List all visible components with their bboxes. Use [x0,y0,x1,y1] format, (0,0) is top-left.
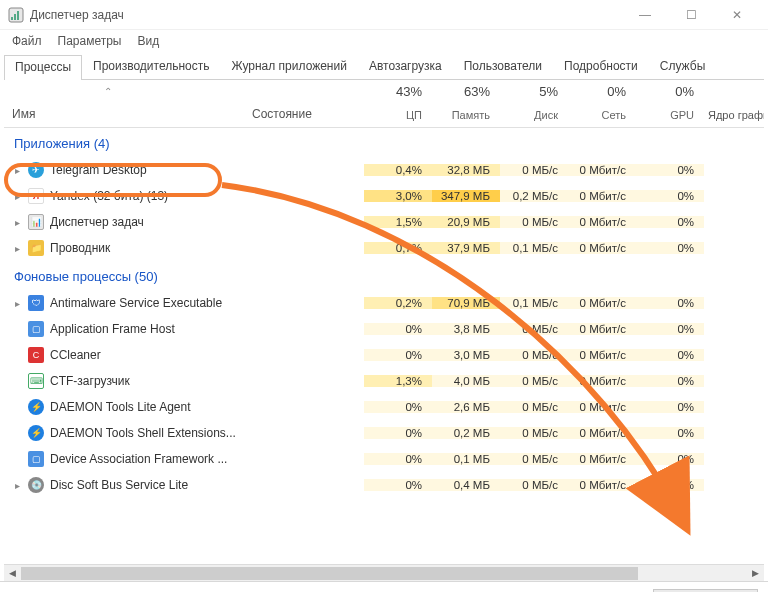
chevron-right-icon[interactable]: ▸ [12,298,22,309]
table-row[interactable]: ▸ЯYandex (32 бита) (13) 3,0% 347,9 МБ 0,… [4,183,764,209]
cell-net: 0 Мбит/с [568,216,636,228]
minimize-button[interactable]: — [622,0,668,30]
cell-disk: 0 МБ/с [500,349,568,361]
col-name[interactable]: ⌃ Имя [4,80,244,127]
col-cpu-label: ЦП [370,109,422,121]
col-disk-pc: 5% [506,84,558,99]
tab-startup[interactable]: Автозагрузка [358,54,453,79]
cell-cpu: 0% [364,427,432,439]
table-row[interactable]: ▸💿Disc Soft Bus Service Lite 0% 0,4 МБ 0… [4,472,764,498]
table-row[interactable]: ▸📊Диспетчер задач 1,5% 20,9 МБ 0 МБ/с 0 … [4,209,764,235]
cell-gpu: 0% [636,190,704,202]
col-disk[interactable]: 5%Диск [500,80,568,127]
col-gpu[interactable]: 0%GPU [636,80,704,127]
col-name-label: Имя [12,107,35,121]
tab-services[interactable]: Службы [649,54,716,79]
svg-rect-2 [14,14,16,20]
cell-mem: 20,9 МБ [432,216,500,228]
cell-disk: 0,2 МБ/с [500,190,568,202]
table-row[interactable]: ▢Application Frame Host 0% 3,8 МБ 0 МБ/с… [4,316,764,342]
table-row[interactable]: ▸📁Проводник 0,7% 37,9 МБ 0,1 МБ/с 0 Мбит… [4,235,764,261]
menubar: Файл Параметры Вид [0,30,768,52]
cell-gpu: 0% [636,453,704,465]
tab-users[interactable]: Пользователи [453,54,553,79]
cell-net: 0 Мбит/с [568,453,636,465]
tab-details[interactable]: Подробности [553,54,649,79]
cell-disk: 0 МБ/с [500,479,568,491]
daemon-icon: ⚡ [28,425,44,441]
cell-gpu: 0% [636,375,704,387]
tab-apphistory[interactable]: Журнал приложений [221,54,358,79]
close-button[interactable]: ✕ [714,0,760,30]
chevron-right-icon[interactable]: ▸ [12,480,22,491]
cell-gpu: 0% [636,297,704,309]
table-row[interactable]: ▢Device Association Framework ... 0% 0,1… [4,446,764,472]
cell-net: 0 Мбит/с [568,190,636,202]
window-icon: ▢ [28,321,44,337]
cell-gpu: 0% [636,349,704,361]
col-gpu-pc: 0% [642,84,694,99]
cell-cpu: 3,0% [364,190,432,202]
cell-gpu: 0% [636,216,704,228]
table-row[interactable]: ⚡DAEMON Tools Shell Extensions... 0% 0,2… [4,420,764,446]
disc-icon: 💿 [28,477,44,493]
cell-mem: 0,4 МБ [432,479,500,491]
scrollbar-horizontal[interactable]: ◀ ▶ [4,564,764,581]
ctf-icon: ⌨ [28,373,44,389]
col-net-label: Сеть [574,109,626,121]
group-apps[interactable]: Приложения (4) [4,128,764,157]
scroll-left-icon[interactable]: ◀ [4,565,21,582]
chevron-right-icon[interactable]: ▸ [12,243,22,254]
scroll-track[interactable] [21,565,747,582]
device-icon: ▢ [28,451,44,467]
chevron-right-icon[interactable]: ▸ [12,191,22,202]
tab-performance[interactable]: Производительность [82,54,220,79]
menu-file[interactable]: Файл [6,32,48,50]
daemon-icon: ⚡ [28,399,44,415]
sort-caret-icon: ⌃ [104,86,112,97]
col-mem-pc: 63% [438,84,490,99]
menu-options[interactable]: Параметры [52,32,128,50]
cell-net: 0 Мбит/с [568,401,636,413]
cell-cpu: 0% [364,349,432,361]
process-name: Antimalware Service Executable [50,296,222,310]
scroll-thumb[interactable] [21,567,638,580]
yandex-icon: Я [28,188,44,204]
table-row[interactable]: ▸✈Telegram Desktop 0,4% 32,8 МБ 0 МБ/с 0… [4,157,764,183]
col-memory[interactable]: 63%Память [432,80,500,127]
cell-cpu: 1,3% [364,375,432,387]
cell-net: 0 Мбит/с [568,297,636,309]
process-name: DAEMON Tools Shell Extensions... [50,426,236,440]
explorer-icon: 📁 [28,240,44,256]
table-row[interactable]: ⚡DAEMON Tools Lite Agent 0% 2,6 МБ 0 МБ/… [4,394,764,420]
col-network[interactable]: 0%Сеть [568,80,636,127]
chevron-right-icon[interactable]: ▸ [12,165,22,176]
taskmgr-icon: 📊 [28,214,44,230]
table-row[interactable]: ▸🛡Antimalware Service Executable 0,2% 70… [4,290,764,316]
cell-cpu: 1,5% [364,216,432,228]
col-gpu-engine[interactable]: Ядро графиче [704,80,764,127]
cell-gpu: 0% [636,401,704,413]
maximize-button[interactable]: ☐ [668,0,714,30]
cell-mem: 4,0 МБ [432,375,500,387]
col-status[interactable]: Состояние [244,80,364,127]
chevron-right-icon[interactable]: ▸ [12,217,22,228]
menu-view[interactable]: Вид [131,32,165,50]
table-row[interactable]: CCCleaner 0% 3,0 МБ 0 МБ/с 0 Мбит/с 0% [4,342,764,368]
cell-gpu: 0% [636,479,704,491]
tab-processes[interactable]: Процессы [4,55,82,80]
shield-icon: 🛡 [28,295,44,311]
cell-cpu: 0% [364,323,432,335]
end-task-button[interactable]: Снять задачу [653,589,758,593]
col-cpu[interactable]: 43%ЦП [364,80,432,127]
scroll-right-icon[interactable]: ▶ [747,565,764,582]
cell-net: 0 Мбит/с [568,164,636,176]
cell-gpu: 0% [636,164,704,176]
cell-mem: 37,9 МБ [432,242,500,254]
cell-mem: 2,6 МБ [432,401,500,413]
cell-disk: 0,1 МБ/с [500,297,568,309]
table-row[interactable]: ⌨CTF-загрузчик 1,3% 4,0 МБ 0 МБ/с 0 Мбит… [4,368,764,394]
cell-mem: 3,0 МБ [432,349,500,361]
group-background[interactable]: Фоновые процессы (50) [4,261,764,290]
cell-net: 0 Мбит/с [568,375,636,387]
